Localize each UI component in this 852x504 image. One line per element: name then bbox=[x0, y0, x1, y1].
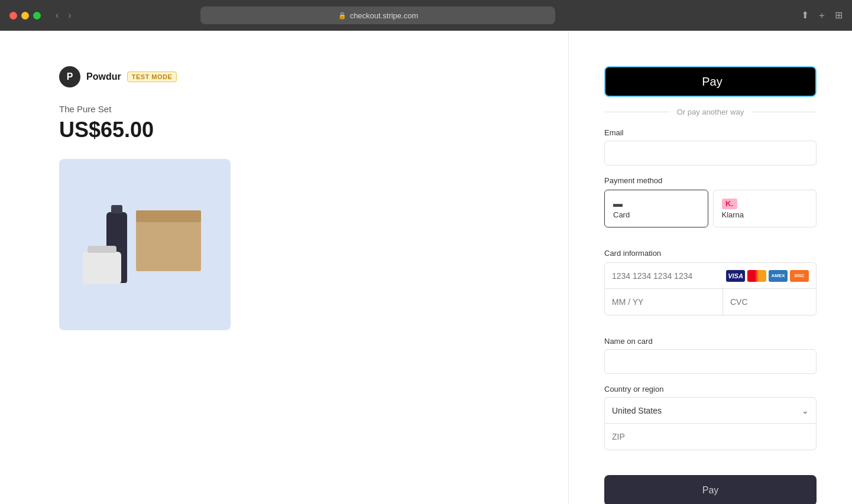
product-name: The Pure Set bbox=[59, 104, 533, 114]
payment-method-section: Payment method ▬ Card K. Klarna bbox=[604, 176, 817, 238]
card-cvc-input[interactable] bbox=[723, 289, 817, 315]
address-bar[interactable]: 🔒 checkout.stripe.com bbox=[200, 6, 555, 24]
card-info-group: VISA AMEX DISC bbox=[604, 262, 817, 316]
card-icon: ▬ bbox=[613, 199, 623, 209]
apple-pay-button[interactable]: Pay bbox=[604, 66, 817, 97]
new-tab-icon[interactable]: ＋ bbox=[817, 9, 827, 22]
url-text: checkout.stripe.com bbox=[350, 11, 419, 20]
product-box bbox=[136, 221, 201, 271]
share-icon[interactable]: ⬆ bbox=[801, 9, 809, 22]
payment-method-label: Payment method bbox=[604, 176, 817, 185]
product-image bbox=[59, 159, 231, 330]
card-payment-option[interactable]: ▬ Card bbox=[604, 190, 708, 227]
minimize-button-traffic[interactable] bbox=[21, 12, 29, 19]
maximize-button-traffic[interactable] bbox=[33, 12, 41, 19]
lock-icon: 🔒 bbox=[338, 12, 346, 19]
page-content: P Powdur TEST MODE The Pure Set US$65.00… bbox=[0, 31, 852, 504]
email-input[interactable] bbox=[604, 141, 817, 165]
email-label: Email bbox=[604, 128, 817, 137]
country-label: Country or region bbox=[604, 385, 817, 394]
name-on-card-label: Name on card bbox=[604, 337, 817, 346]
back-button[interactable]: ‹ bbox=[53, 9, 61, 22]
pay-button[interactable]: Pay bbox=[604, 475, 817, 504]
close-button-traffic[interactable] bbox=[9, 12, 17, 19]
name-on-card-input[interactable] bbox=[604, 349, 817, 374]
country-region-group: United States ⌄ bbox=[604, 397, 817, 450]
chevron-down-icon: ⌄ bbox=[802, 406, 809, 415]
mastercard-icon bbox=[747, 270, 766, 282]
card-label: Card bbox=[613, 210, 630, 219]
card-brand-icons: VISA AMEX DISC bbox=[726, 270, 809, 282]
browser-right-controls: ⬆ ＋ ⊞ bbox=[801, 9, 843, 22]
country-region-section: Country or region United States ⌄ bbox=[604, 385, 817, 464]
visa-icon: VISA bbox=[726, 270, 745, 282]
amex-icon: AMEX bbox=[769, 270, 788, 282]
zip-input[interactable] bbox=[605, 424, 816, 450]
tabs-icon[interactable]: ⊞ bbox=[835, 9, 843, 22]
test-mode-badge: TEST MODE bbox=[127, 71, 177, 82]
country-select[interactable]: United States ⌄ bbox=[605, 398, 816, 424]
traffic-lights bbox=[9, 12, 41, 19]
pay-button-label: Pay bbox=[702, 485, 719, 495]
brand-header: P Powdur TEST MODE bbox=[59, 66, 533, 87]
pay-another-way-divider: Or pay another way bbox=[604, 108, 817, 116]
card-info-label: Card information bbox=[604, 249, 817, 258]
card-bottom-row bbox=[605, 289, 816, 315]
card-number-row: VISA AMEX DISC bbox=[605, 263, 816, 289]
country-value: United States bbox=[612, 406, 802, 415]
product-price: US$65.00 bbox=[59, 118, 533, 142]
klarna-icon: K. bbox=[722, 199, 737, 209]
discover-icon: DISC bbox=[790, 270, 809, 282]
apple-pay-label: Pay bbox=[702, 75, 722, 89]
product-jar bbox=[83, 252, 121, 284]
footer: Powered by stripe Legal Returns Contact bbox=[59, 492, 533, 504]
name-on-card-section: Name on card bbox=[604, 337, 817, 374]
right-panel: Pay Or pay another way Email Payment met… bbox=[568, 31, 852, 504]
brand-avatar: P bbox=[59, 66, 80, 87]
email-section: Email bbox=[604, 128, 817, 165]
card-expiry-input[interactable] bbox=[605, 289, 723, 315]
forward-button[interactable]: › bbox=[65, 9, 74, 22]
klarna-payment-option[interactable]: K. Klarna bbox=[713, 190, 817, 227]
klarna-label: Klarna bbox=[722, 210, 744, 219]
browser-nav-controls: ‹ › bbox=[53, 9, 74, 22]
brand-name: Powdur bbox=[86, 71, 121, 82]
product-illustration bbox=[59, 159, 231, 330]
card-number-input[interactable] bbox=[612, 271, 726, 281]
left-panel: P Powdur TEST MODE The Pure Set US$65.00… bbox=[0, 31, 568, 504]
browser-chrome: ‹ › 🔒 checkout.stripe.com ⬆ ＋ ⊞ bbox=[0, 0, 852, 31]
card-info-section: Card information VISA AMEX DISC bbox=[604, 249, 817, 326]
payment-methods-group: ▬ Card K. Klarna bbox=[604, 190, 817, 227]
divider-label: Or pay another way bbox=[677, 108, 744, 116]
